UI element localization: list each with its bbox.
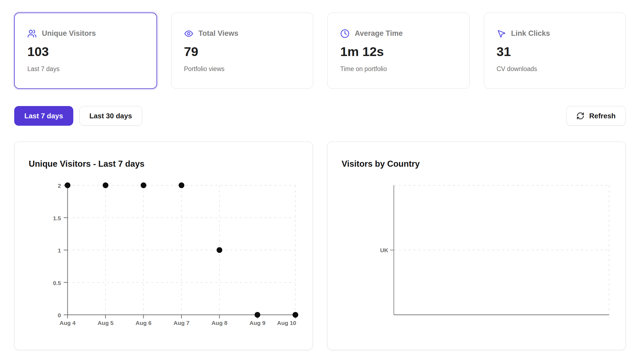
- stat-card-label: Link Clicks: [511, 29, 550, 38]
- stat-card-link-clicks[interactable]: Link Clicks 31 CV downloads: [484, 13, 626, 89]
- svg-text:Aug 4: Aug 4: [60, 320, 76, 326]
- svg-text:Aug 6: Aug 6: [135, 320, 151, 326]
- filter-row: Last 7 days Last 30 days Refresh: [14, 106, 626, 126]
- svg-text:2: 2: [58, 183, 61, 189]
- unique-visitors-chart-card: Unique Visitors - Last 7 days 00.511.52A…: [14, 142, 313, 350]
- stat-card-value: 103: [27, 44, 144, 59]
- visitors-by-country-chart-card: Visitors by Country UK: [327, 142, 626, 350]
- stat-card-subtitle: Last 7 days: [27, 65, 144, 73]
- filter-last-7-days-button[interactable]: Last 7 days: [14, 106, 73, 126]
- eye-icon: [184, 29, 193, 38]
- stat-card-header: Link Clicks: [497, 29, 613, 38]
- analytics-dashboard: Unique Visitors 103 Last 7 days Total Vi…: [0, 0, 640, 350]
- svg-text:Aug 10: Aug 10: [277, 320, 296, 326]
- filter-last-30-days-button[interactable]: Last 30 days: [79, 106, 142, 126]
- stat-card-average-time[interactable]: Average Time 1m 12s Time on portfolio: [327, 13, 470, 89]
- stat-card-label: Total Views: [199, 29, 238, 38]
- users-icon: [27, 29, 37, 38]
- refresh-button-label: Refresh: [589, 112, 616, 120]
- stat-card-header: Total Views: [184, 29, 301, 38]
- svg-text:Aug 5: Aug 5: [98, 320, 114, 326]
- stat-card-subtitle: CV downloads: [497, 65, 613, 73]
- stat-card-value: 79: [184, 44, 301, 59]
- stat-card-subtitle: Portfolio views: [184, 65, 301, 73]
- svg-text:0.5: 0.5: [53, 280, 61, 286]
- svg-text:0: 0: [58, 312, 61, 318]
- stat-card-value: 31: [497, 44, 613, 59]
- stat-card-subtitle: Time on portfolio: [340, 65, 457, 73]
- svg-text:Aug 8: Aug 8: [211, 320, 228, 326]
- mouse-pointer-icon: [497, 29, 506, 38]
- stat-card-header: Unique Visitors: [27, 29, 144, 38]
- unique-visitors-chart: 00.511.52Aug 4Aug 5Aug 6Aug 7Aug 8Aug 9A…: [14, 176, 313, 329]
- stat-card-header: Average Time: [340, 29, 457, 38]
- stat-card-value: 1m 12s: [340, 44, 457, 59]
- svg-text:UK: UK: [380, 247, 388, 253]
- refresh-button[interactable]: Refresh: [566, 106, 626, 126]
- svg-text:1.5: 1.5: [53, 215, 61, 221]
- refresh-icon: [576, 112, 584, 120]
- chart-title: Visitors by Country: [327, 159, 626, 169]
- clock-icon: [340, 29, 350, 38]
- stat-card-label: Average Time: [355, 29, 403, 38]
- chart-title: Unique Visitors - Last 7 days: [14, 159, 313, 169]
- visitors-by-country-chart: UK: [327, 176, 626, 329]
- stat-card-unique-visitors[interactable]: Unique Visitors 103 Last 7 days: [14, 13, 157, 89]
- svg-text:1: 1: [58, 247, 61, 254]
- svg-text:Aug 9: Aug 9: [249, 320, 265, 326]
- charts-row: Unique Visitors - Last 7 days 00.511.52A…: [14, 142, 626, 350]
- stat-card-label: Unique Visitors: [42, 29, 96, 38]
- stat-card-total-views[interactable]: Total Views 79 Portfolio views: [171, 13, 313, 89]
- stats-row: Unique Visitors 103 Last 7 days Total Vi…: [14, 13, 626, 89]
- svg-text:Aug 7: Aug 7: [173, 320, 189, 326]
